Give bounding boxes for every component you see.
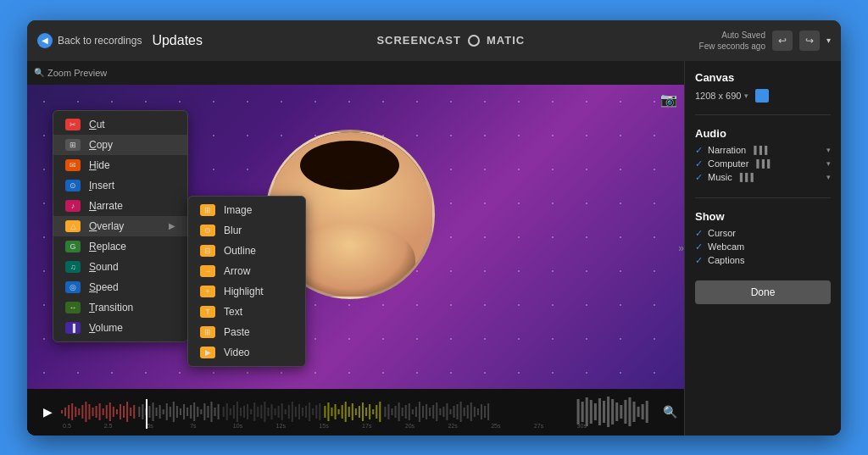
svg-rect-112 [453,406,455,418]
narration-bar-icon: ▐▐▐ [751,146,767,154]
svg-rect-30 [166,403,168,420]
svg-rect-0 [61,410,63,413]
svg-rect-100 [412,409,414,414]
svg-rect-15 [113,407,114,417]
computer-bar-icon: ▐▐▐ [754,159,770,168]
submenu-item-paste[interactable]: ⊞ Paste [188,322,305,342]
svg-rect-127 [594,403,597,420]
play-button[interactable]: ▶ [34,398,61,425]
svg-rect-53 [247,404,248,419]
svg-rect-79 [338,409,340,414]
camera-icon: 📷 [660,92,677,108]
svg-rect-108 [439,408,441,415]
svg-rect-39 [197,407,198,417]
svg-rect-88 [369,404,370,419]
menu-item-narrate[interactable]: ♪ Narrate [53,196,187,216]
menu-item-cut[interactable]: ✂ Cut [53,114,187,135]
svg-text:5s: 5s [147,423,153,429]
cursor-check[interactable]: ✓ [695,228,703,239]
redo-button[interactable]: ↪ [799,31,820,51]
svg-rect-75 [324,406,326,418]
submenu-item-highlight[interactable]: + Highlight [188,281,305,302]
menu-item-copy[interactable]: ⊞ Copy [53,135,187,155]
panel-expand-arrow[interactable]: » [678,242,684,254]
svg-rect-137 [637,407,640,417]
svg-rect-83 [352,403,353,420]
svg-rect-21 [133,405,135,419]
arrow-icon: → [200,265,215,277]
computer-dropdown[interactable]: ▾ [826,159,831,168]
svg-rect-19 [126,402,128,422]
submenu-item-text[interactable]: T Text [188,302,305,322]
svg-rect-111 [449,409,451,414]
done-button[interactable]: Done [695,280,831,304]
back-button[interactable]: ◀ Back to recordings [37,33,142,48]
svg-rect-98 [405,405,407,419]
svg-rect-95 [395,406,397,418]
captions-check[interactable]: ✓ [695,255,703,266]
svg-rect-73 [315,405,317,419]
webcam-check[interactable]: ✓ [695,241,703,252]
header: ◀ Back to recordings Updates SCREENCAST … [27,20,841,61]
timeline-search-icon[interactable]: 🔍 [663,405,677,419]
undo-button[interactable]: ↩ [772,31,793,51]
submenu-item-outline[interactable]: ⊟ Outline [188,241,305,261]
menu-item-speed[interactable]: ◎ Speed [53,277,187,297]
cut-label: Cut [89,119,175,130]
svg-rect-107 [436,402,437,421]
svg-rect-66 [292,402,293,422]
svg-rect-92 [384,407,386,417]
waveform-svg: 0.5 2.5 5s 7s 10s 12s 15s 17s 20s 22s 25… [61,395,663,429]
header-dropdown[interactable]: ▾ [826,36,831,45]
show-title: Show [695,210,831,223]
zoom-preview[interactable]: 🔍 Zoom Preview [34,68,107,78]
menu-item-overlay[interactable]: △ Overlay ▶ [53,216,187,236]
show-row-captions: ✓ Captions [695,255,831,266]
outline-icon: ⊟ [200,245,215,257]
menu-item-transition[interactable]: ↔ Transition [53,297,187,318]
svg-text:2.5: 2.5 [104,423,113,429]
svg-rect-131 [611,399,614,424]
canvas-color-swatch[interactable] [755,89,769,103]
narrate-icon: ♪ [65,200,81,212]
menu-item-insert[interactable]: ⊙ Insert [53,175,187,196]
svg-rect-17 [120,404,121,419]
back-icon: ◀ [37,33,53,48]
cut-icon: ✂ [65,119,81,130]
svg-rect-25 [148,406,150,418]
svg-rect-129 [603,401,605,423]
logo-dot [468,35,480,47]
narration-dropdown[interactable]: ▾ [826,146,831,154]
blur-label: Blur [224,225,293,236]
menu-item-sound[interactable]: ♫ Sound [53,257,187,277]
menu-item-hide[interactable]: ✉ Hide [53,155,187,175]
svg-rect-59 [267,408,269,416]
svg-rect-37 [190,405,192,419]
svg-rect-117 [470,402,472,421]
video-area: 🔍 Zoom Preview 📷 ✂ [27,61,684,436]
svg-rect-67 [295,407,297,417]
waveform[interactable]: 0:06.04 [61,395,663,429]
narration-check[interactable]: ✓ [695,145,703,156]
svg-text:22s: 22s [448,423,458,429]
computer-check[interactable]: ✓ [695,158,703,169]
transition-label: Transition [89,302,175,314]
logo-text: SCREENCAST [376,34,461,47]
music-check[interactable]: ✓ [695,172,703,183]
submenu-item-video[interactable]: ▶ Video [188,342,305,363]
music-dropdown[interactable]: ▾ [826,173,831,181]
svg-rect-13 [106,405,108,419]
menu-item-volume[interactable]: ▐ Volume [53,318,187,338]
submenu-item-image[interactable]: ⊞ Image [188,200,305,220]
svg-rect-8 [88,404,90,419]
svg-rect-56 [257,407,259,417]
svg-rect-11 [99,403,101,420]
narrate-label: Narrate [89,200,175,212]
canvas-dropdown-arrow[interactable]: ▾ [744,92,748,100]
main-content: 🔍 Zoom Preview 📷 ✂ [27,61,841,436]
menu-item-replace[interactable]: G Replace [53,236,187,257]
speed-label: Speed [89,281,175,293]
submenu-item-arrow[interactable]: → Arrow [188,261,305,281]
submenu-item-blur[interactable]: ⊙ Blur [188,220,305,241]
svg-rect-116 [467,405,469,419]
